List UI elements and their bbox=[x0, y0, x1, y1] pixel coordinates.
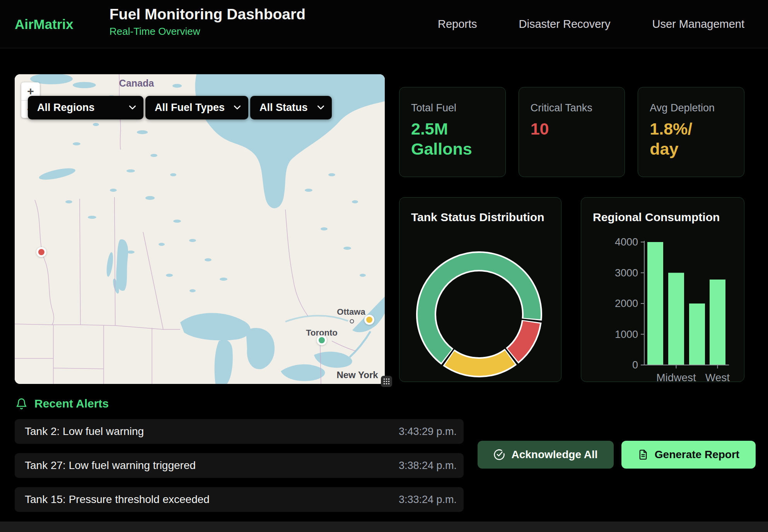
tank-status-card: Tank Status Distribution bbox=[399, 197, 561, 382]
bottom-strip bbox=[0, 522, 768, 532]
map-marker-layer bbox=[15, 74, 385, 384]
svg-text:2000: 2000 bbox=[615, 298, 638, 309]
generate-report-label: Generate Report bbox=[655, 448, 739, 461]
donut-chart-title: Tank Status Distribution bbox=[411, 211, 544, 224]
svg-text:West: West bbox=[705, 372, 730, 382]
acknowledge-all-button[interactable]: Acknowledge All bbox=[478, 441, 614, 469]
regional-consumption-card: Regional Consumption 01000200030004000Mi… bbox=[581, 197, 744, 382]
map-marker-warning[interactable] bbox=[364, 315, 374, 325]
dashboard-root: AirMatrix Fuel Monitoring Dashboard Real… bbox=[0, 0, 768, 532]
svg-text:0: 0 bbox=[632, 359, 638, 371]
acknowledge-all-label: Acknowledge All bbox=[511, 448, 597, 461]
stat-card-avg-depletion: Avg Depletion 1.8%/ day bbox=[638, 87, 744, 177]
map-marker-normal[interactable] bbox=[317, 335, 327, 345]
app-logo: AirMatrix bbox=[15, 0, 73, 48]
alert-time: 3:43:29 p.m. bbox=[399, 426, 457, 438]
alert-message: Tank 2: Low fuel warning bbox=[25, 425, 144, 438]
bar-chart-title: Regional Consumption bbox=[593, 211, 720, 224]
file-text-icon bbox=[638, 449, 649, 460]
stat-card-total-fuel: Total Fuel 2.5M Gallons bbox=[399, 87, 506, 177]
svg-text:4000: 4000 bbox=[615, 236, 638, 248]
drag-handle-icon[interactable] bbox=[381, 376, 392, 387]
stat-card-row: Total Fuel 2.5M Gallons Critical Tanks 1… bbox=[399, 87, 744, 177]
nav-item-user-management[interactable]: User Management bbox=[652, 18, 744, 31]
svg-text:1000: 1000 bbox=[615, 329, 638, 340]
stat-value-total-fuel: 2.5M Gallons bbox=[411, 119, 481, 159]
main-nav: Reports Disaster Recovery User Managemen… bbox=[438, 0, 744, 48]
alert-time: 3:33:24 p.m. bbox=[399, 494, 457, 506]
page-title: Fuel Monitoring Dashboard bbox=[109, 6, 305, 23]
map-panel[interactable]: Canada Ottawa Toronto New York + − All R… bbox=[15, 74, 385, 384]
stat-value-avg-depletion: 1.8%/ day bbox=[650, 119, 719, 159]
stat-label: Total Fuel bbox=[411, 102, 496, 114]
generate-report-button[interactable]: Generate Report bbox=[621, 441, 756, 469]
svg-text:3000: 3000 bbox=[615, 267, 638, 279]
map-marker-critical[interactable] bbox=[36, 247, 46, 257]
alert-message: Tank 15: Pressure threshold exceeded bbox=[25, 493, 210, 506]
alerts-header: Recent Alerts bbox=[15, 395, 109, 412]
stat-card-critical-tanks: Critical Tanks 10 bbox=[519, 87, 625, 177]
alert-time: 3:38:24 p.m. bbox=[399, 460, 457, 472]
bell-icon bbox=[15, 397, 27, 410]
alert-message: Tank 27: Low fuel warning triggered bbox=[25, 459, 196, 472]
alert-row[interactable]: Tank 15: Pressure threshold exceeded 3:3… bbox=[15, 487, 464, 512]
nav-item-reports[interactable]: Reports bbox=[438, 18, 477, 31]
stat-value-critical-tanks: 10 bbox=[531, 119, 600, 139]
svg-text:Midwest: Midwest bbox=[656, 372, 696, 382]
nav-item-disaster-recovery[interactable]: Disaster Recovery bbox=[519, 18, 611, 31]
regional-consumption-bar-chart: 01000200030004000MidwestWest bbox=[581, 198, 745, 382]
stat-label: Avg Depletion bbox=[650, 102, 735, 114]
page-subtitle: Real-Time Overview bbox=[109, 26, 305, 38]
tank-status-donut-chart bbox=[399, 198, 562, 382]
title-block: Fuel Monitoring Dashboard Real-Time Over… bbox=[109, 6, 305, 38]
alert-row[interactable]: Tank 27: Low fuel warning triggered 3:38… bbox=[15, 453, 464, 478]
app-header: AirMatrix Fuel Monitoring Dashboard Real… bbox=[0, 0, 768, 48]
circle-check-icon bbox=[493, 449, 505, 460]
alert-row[interactable]: Tank 2: Low fuel warning 3:43:29 p.m. bbox=[15, 419, 464, 444]
alerts-title: Recent Alerts bbox=[34, 397, 109, 410]
stat-label: Critical Tanks bbox=[531, 102, 616, 114]
